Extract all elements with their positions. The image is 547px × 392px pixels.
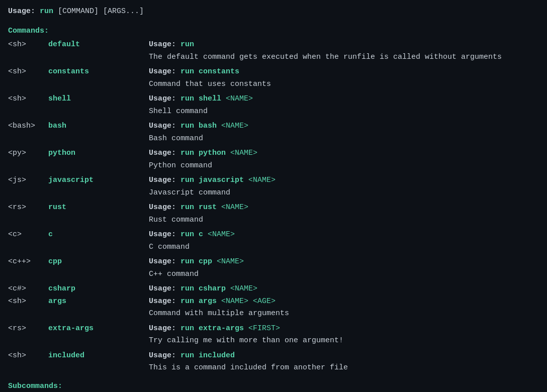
command-name: constants [48,66,149,78]
command-description: The default command gets executed when t… [149,51,539,66]
usage-label-text: Usage: [149,176,180,184]
command-description: Rust command [149,214,539,229]
usage-cmd-text: run args [180,297,217,306]
usage-cmd-text: run javascript [180,176,244,184]
command-type: <sh> [8,66,48,78]
usage-args-text: <NAME> [226,149,257,157]
usage-command: run [40,7,53,16]
table-row: <sh>argsUsage: run args <NAME> <AGE> [8,296,539,308]
command-description: This is a command included from another … [149,362,539,377]
command-name: included [48,350,149,362]
command-type: <c> [8,229,48,241]
table-row: This is a command included from another … [8,362,539,377]
command-name: c [48,229,149,241]
command-usage: Usage: run cpp <NAME> [149,256,539,268]
command-type: <sh> [8,93,48,106]
command-type: <rs> [8,202,48,214]
command-type: <js> [8,174,48,187]
usage-label-text: Usage: [149,230,180,239]
usage-args-text: <NAME> [212,257,244,266]
table-row: <js>javascriptUsage: run javascript <NAM… [8,174,539,187]
usage-args: [COMMAND] [ARGS...] [58,7,144,16]
command-name: csharp [48,283,149,296]
command-description: Shell command [149,106,539,121]
table-row: <bash>bashUsage: run bash <NAME> [8,120,539,133]
table-row: <py>pythonUsage: run python <NAME> [8,147,539,160]
usage-args-text: <NAME> [217,122,248,130]
subcommands-section: Subcommands: subcommandUsage: run subcom… [8,381,539,393]
commands-table: <sh>defaultUsage: runThe default command… [8,39,539,377]
command-description: Command that uses constants [149,78,539,93]
usage-label-text: Usage: [149,284,180,293]
command-description: C command [149,241,539,256]
table-row: <sh>constantsUsage: run constants [8,66,539,78]
usage-cmd-text: run extra-args [180,324,244,333]
usage-label-text: Usage: [149,122,180,130]
command-usage: Usage: run extra-args <FIRST> [149,323,539,335]
table-row: C++ command [8,268,539,283]
command-name: rust [48,202,149,214]
usage-label-text: Usage: [149,324,180,333]
usage-args-text: <FIRST> [244,324,280,333]
table-row: Rust command [8,214,539,229]
usage-label: Usage: [8,7,40,16]
command-name: default [48,39,149,51]
table-row: Python command [8,160,539,175]
command-description: Javascript command [149,187,539,202]
command-name: javascript [48,174,149,187]
usage-args-text: <NAME> <AGE> [217,297,276,306]
usage-cmd-text: run constants [180,67,239,76]
commands-header: Commands: [8,26,539,37]
usage-label-text: Usage: [149,351,180,360]
commands-section: Commands: <sh>defaultUsage: runThe defau… [8,26,539,377]
usage-args-text: <NAME> [244,176,276,184]
command-description: Python command [149,160,539,175]
usage-args-text: <NAME> [226,284,257,293]
usage-label-text: Usage: [149,257,180,266]
usage-cmd-text: run [180,40,194,49]
command-name: args [48,296,149,308]
command-usage: Usage: run args <NAME> <AGE> [149,296,539,308]
usage-cmd-text: run included [180,351,235,360]
table-row: <c>cUsage: run c <NAME> [8,229,539,241]
command-usage: Usage: run python <NAME> [149,147,539,160]
table-row: <sh>shellUsage: run shell <NAME> [8,93,539,106]
command-name: python [48,147,149,160]
usage-label-text: Usage: [149,203,180,212]
table-row: Shell command [8,106,539,121]
table-row: C command [8,241,539,256]
table-row: <sh>includedUsage: run included [8,350,539,362]
table-row: <rs>rustUsage: run rust <NAME> [8,202,539,214]
table-row: Javascript command [8,187,539,202]
usage-label-text: Usage: [149,297,180,306]
usage-line: Usage: run [COMMAND] [ARGS...] [8,6,539,18]
command-name: cpp [48,256,149,268]
command-usage: Usage: run constants [149,66,539,78]
table-row: Try calling me with more than one argume… [8,335,539,350]
command-type: <sh> [8,350,48,362]
table-row: <sh>defaultUsage: run [8,39,539,51]
command-type: <rs> [8,323,48,335]
usage-args-text: <NAME> [221,94,253,103]
usage-label-text: Usage: [149,94,180,103]
command-usage: Usage: run csharp <NAME> [149,283,539,296]
usage-cmd-text: run rust [180,203,217,212]
command-usage: Usage: run javascript <NAME> [149,174,539,187]
command-type: <bash> [8,120,48,133]
command-type: <sh> [8,39,48,51]
command-type: <py> [8,147,48,160]
command-usage: Usage: run [149,39,539,51]
usage-cmd-text: run shell [180,94,221,103]
table-row: <rs>extra-argsUsage: run extra-args <FIR… [8,323,539,335]
table-row: Command that uses constants [8,78,539,93]
command-description: Command with multiple arguments [149,308,539,323]
command-type: <c#> [8,283,48,296]
usage-label-text: Usage: [149,40,180,49]
table-row: <c#>csharpUsage: run csharp <NAME> [8,283,539,296]
command-type: <sh> [8,296,48,308]
table-row: <c++>cppUsage: run cpp <NAME> [8,256,539,268]
command-name: extra-args [48,323,149,335]
usage-args-text: <NAME> [217,203,248,212]
command-name: bash [48,120,149,133]
usage-cmd-text: run c [180,230,203,239]
